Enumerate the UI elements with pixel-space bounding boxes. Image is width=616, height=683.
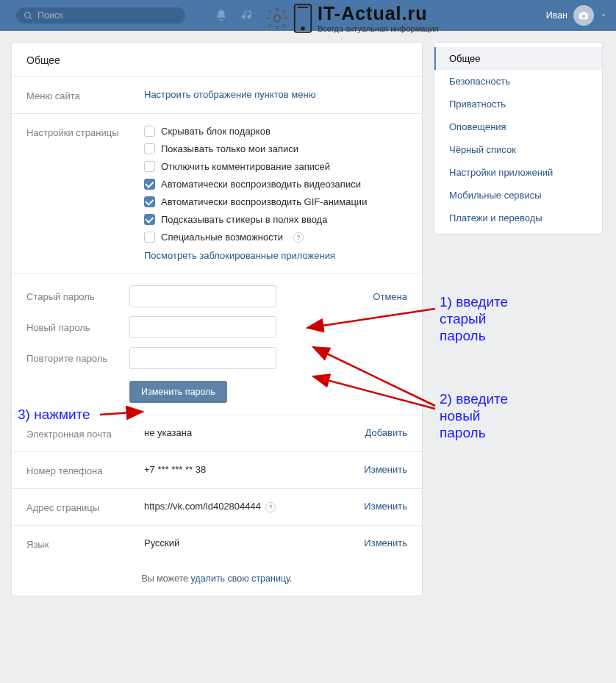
label-site-menu: Меню сайта xyxy=(26,89,129,101)
configure-menu-link[interactable]: Настроить отображение пунктов меню xyxy=(144,89,315,100)
row-page-settings: Настройки страницы Скрывать блок подарко… xyxy=(12,114,422,273)
svg-line-1 xyxy=(29,17,32,19)
settings-sidebar: ОбщееБезопасностьПриватностьОповещенияЧё… xyxy=(434,42,603,235)
checkbox-icon xyxy=(144,161,155,172)
sidebar-item[interactable]: Мобильные сервисы xyxy=(434,184,602,207)
checkbox-option[interactable]: Автоматически воспроизводить видеозаписи xyxy=(144,179,407,190)
user-menu[interactable]: Иван xyxy=(546,5,607,26)
label-email: Электронная почта xyxy=(26,427,129,440)
checkbox-label: Показывать только мои записи xyxy=(161,143,298,154)
sidebar-item[interactable]: Общее xyxy=(434,47,602,70)
label-lang: Язык xyxy=(26,537,129,550)
sidebar-item[interactable]: Приватность xyxy=(434,93,602,115)
row-lang: Язык Русский Изменить xyxy=(12,526,422,562)
value-email: не указана xyxy=(144,427,351,438)
checkbox-option[interactable]: Автоматически воспроизводить GIF-анимаци… xyxy=(144,196,407,207)
page-title: Общее xyxy=(12,43,422,77)
checkbox-icon xyxy=(144,126,155,137)
repeat-password-input[interactable] xyxy=(129,347,276,369)
sidebar-item[interactable]: Чёрный список xyxy=(434,138,602,161)
camera-icon xyxy=(579,10,589,21)
row-phone: Номер телефона +7 *** *** ** 38 Изменить xyxy=(12,452,422,489)
svg-point-0 xyxy=(25,12,31,18)
delete-page-link[interactable]: удалить свою страницу xyxy=(191,573,290,584)
old-password-input[interactable] xyxy=(129,285,276,307)
help-icon[interactable]: ? xyxy=(265,502,276,512)
sidebar-item[interactable]: Настройки приложений xyxy=(434,161,602,184)
sidebar-item[interactable]: Платежи и переводы xyxy=(434,207,602,229)
checkbox-label: Подсказывать стикеры в полях ввода xyxy=(161,214,327,225)
row-site-menu: Меню сайта Настроить отображение пунктов… xyxy=(12,77,422,114)
checkbox-icon xyxy=(144,143,155,154)
sidebar-item[interactable]: Оповещения xyxy=(434,115,602,138)
row-url: Адрес страницы https://vk.com/id40280444… xyxy=(12,489,422,526)
checkbox-label: Специальные возможности xyxy=(161,232,283,243)
blocked-apps-link[interactable]: Посмотреть заблокированные приложения xyxy=(144,250,335,261)
password-block: Старый пароль Отмена Новый пароль Повтор… xyxy=(12,273,422,415)
help-icon[interactable]: ? xyxy=(293,232,304,243)
settings-panel: Общее Меню сайта Настроить отображение п… xyxy=(11,42,423,596)
checkbox-option[interactable]: Показывать только мои записи xyxy=(144,143,407,154)
add-email-link[interactable]: Добавить xyxy=(365,427,407,438)
topbar: Иван xyxy=(0,0,616,31)
new-password-input[interactable] xyxy=(129,316,276,338)
change-url-link[interactable]: Изменить xyxy=(364,501,407,512)
checkbox-option[interactable]: Специальные возможности? xyxy=(144,232,407,243)
top-icons xyxy=(215,9,254,22)
checkbox-option[interactable]: Подсказывать стикеры в полях ввода xyxy=(144,214,407,225)
checkbox-icon xyxy=(144,232,155,243)
search-box[interactable] xyxy=(16,7,185,24)
label-old-password: Старый пароль xyxy=(26,291,129,302)
sidebar-item[interactable]: Безопасность xyxy=(434,70,602,93)
checkbox-icon xyxy=(144,179,155,190)
value-url: https://vk.com/id402804444? xyxy=(144,501,349,512)
search-input[interactable] xyxy=(37,10,162,21)
change-lang-link[interactable]: Изменить xyxy=(364,537,407,548)
change-phone-link[interactable]: Изменить xyxy=(364,464,407,475)
checkbox-icon xyxy=(144,214,155,225)
label-phone: Номер телефона xyxy=(26,464,129,476)
checkbox-label: Скрывать блок подарков xyxy=(161,126,271,137)
checkbox-option[interactable]: Отключить комментирование записей xyxy=(144,161,407,172)
label-page-settings: Настройки страницы xyxy=(26,126,129,138)
search-icon xyxy=(24,11,33,21)
checkbox-label: Автоматически воспроизводить видеозаписи xyxy=(161,179,361,190)
delete-row: Вы можете удалить свою страницу. xyxy=(12,562,422,596)
checkbox-option[interactable]: Скрывать блок подарков xyxy=(144,126,407,137)
music-icon[interactable] xyxy=(241,9,254,22)
chevron-down-icon xyxy=(600,12,607,19)
label-repeat-password: Повторите пароль xyxy=(26,353,129,364)
value-phone: +7 *** *** ** 38 xyxy=(144,464,349,475)
label-new-password: Новый пароль xyxy=(26,322,129,333)
checkbox-label: Автоматически воспроизводить GIF-анимаци… xyxy=(161,196,367,207)
bell-icon[interactable] xyxy=(215,9,228,22)
checkbox-icon xyxy=(144,196,155,207)
row-email: Электронная почта не указана Добавить xyxy=(12,415,422,452)
avatar xyxy=(573,5,594,26)
value-lang: Русский xyxy=(144,537,349,548)
change-password-button[interactable]: Изменить пароль xyxy=(129,381,227,403)
password-cancel-link[interactable]: Отмена xyxy=(373,291,407,302)
username: Иван xyxy=(546,10,567,21)
checkbox-label: Отключить комментирование записей xyxy=(161,161,330,172)
label-url: Адрес страницы xyxy=(26,501,129,513)
